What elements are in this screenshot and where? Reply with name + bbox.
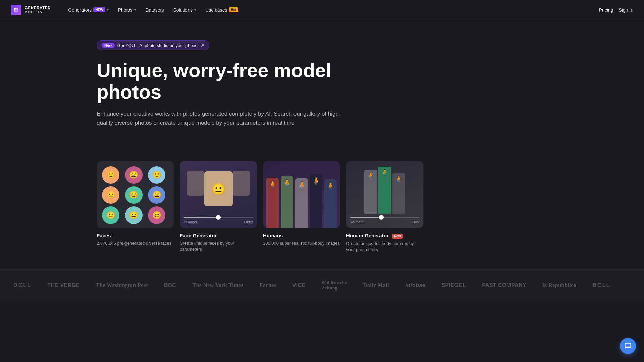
cards-row: 😊 😄 🙂 😐 😊 😄 🙂 😐 😊 Faces 2,676,245 pre-ge… [0, 161, 644, 253]
card-facegen-image: 😐 Younger Older [180, 161, 257, 228]
press-logos: D∈LL THE VERGE The Washington Post BBC T… [0, 280, 624, 291]
human-2: 🧍 [281, 176, 293, 228]
face-6: 😄 [148, 186, 165, 204]
humangen-figure-1: 🧍 [364, 170, 377, 214]
nav-links: Generators New ▾ Photos ▾ Datasets Solut… [64, 5, 599, 15]
humangen-container: 🧍 🧍 🧍 Younger Older [346, 161, 423, 228]
card-humangen-name: Human Generator New [346, 233, 423, 239]
face-3: 🙂 [148, 166, 165, 184]
hero-title: Unique, worry-free model photos [97, 60, 331, 103]
press-logo-forbes: Forbes [260, 282, 276, 288]
hero-subtitle: Enhance your creative works with photos … [97, 109, 352, 127]
card-facegen-desc: Create unique faces by your parameters [180, 240, 257, 252]
humangen-badge: New [392, 234, 403, 239]
svg-rect-0 [14, 8, 16, 10]
generators-badge: New [93, 7, 105, 12]
card-humans-desc: 100,000 super realistic full-body images [263, 240, 340, 246]
svg-rect-1 [16, 8, 18, 10]
facegen-slider-track[interactable] [184, 217, 253, 218]
nav-item-solutions[interactable]: Solutions ▾ [169, 5, 200, 15]
human-4: 🧍 [310, 174, 322, 228]
card-human-generator[interactable]: 🧍 🧍 🧍 Younger Older Human Generator New … [346, 161, 423, 253]
humangen-figure-3: 🧍 [392, 173, 405, 214]
chat-icon [624, 342, 632, 350]
card-humangen-desc: Create unique full-body humans by your p… [346, 241, 423, 253]
humangen-figures: 🧍 🧍 🧍 [364, 167, 405, 214]
face-8: 😐 [125, 206, 143, 224]
faces-grid: 😊 😄 🙂 😐 😊 😄 🙂 😐 😊 [97, 161, 174, 228]
announce-arrow-icon: ↗ [200, 43, 204, 48]
nav-item-photos[interactable]: Photos ▾ [114, 5, 140, 15]
humangen-figure-2: 🧍 [378, 167, 391, 214]
pricing-link[interactable]: Pricing [599, 7, 613, 13]
human-5: 🧍 [324, 179, 337, 228]
announce-banner[interactable]: New GenYOU—AI photo studio on your phone… [97, 40, 209, 50]
face-7: 🙂 [102, 206, 119, 224]
svg-rect-2 [14, 10, 16, 12]
press-logo-verge: THE VERGE [47, 282, 80, 288]
face-4: 😐 [102, 186, 119, 204]
press-row: D∈LL THE VERGE The Washington Post BBC T… [0, 269, 644, 301]
press-logo-wapo: The Washington Post [96, 282, 148, 288]
face-9: 😊 [148, 206, 165, 224]
card-facegen-name: Face Generator [180, 233, 257, 238]
card-face-generator[interactable]: 😐 Younger Older Face Generator Create un… [180, 161, 257, 253]
press-logo-dell1: D∈LL [13, 282, 31, 288]
press-logo-repubblica: la Repubblica [542, 282, 576, 288]
face-2: 😄 [125, 166, 143, 184]
face-5: 😊 [125, 186, 143, 204]
press-logo-dailymail: Daily Mail [363, 282, 389, 288]
press-logo-sueddeutsche: SüddeutscheZeitung [322, 280, 347, 291]
card-humans-image: 🧍 🧍 🧍 🧍 🧍 [263, 161, 340, 228]
card-faces-image: 😊 😄 🙂 😐 😊 😄 🙂 😐 😊 [97, 161, 174, 228]
humangen-slider-track[interactable] [350, 217, 420, 218]
logo[interactable]: GENERATED PHOTOS [11, 5, 51, 15]
human-1: 🧍 [266, 178, 279, 228]
svg-rect-3 [16, 10, 18, 12]
humangen-slider-labels: Younger Older [350, 220, 420, 224]
announce-text: GenYOU—AI photo studio on your phone [117, 43, 198, 48]
humans-container: 🧍 🧍 🧍 🧍 🧍 [263, 161, 340, 228]
solutions-chevron: ▾ [194, 8, 196, 12]
human-3: 🧍 [295, 178, 308, 228]
press-logo-dell2: D∈LL [592, 282, 610, 288]
card-faces[interactable]: 😊 😄 🙂 😐 😊 😄 🙂 😐 😊 Faces 2,676,245 pre-ge… [97, 161, 174, 253]
photos-chevron: ▾ [134, 8, 136, 12]
navbar: GENERATED PHOTOS Generators New ▾ Photos… [0, 0, 644, 20]
nav-item-datasets[interactable]: Datasets [141, 5, 168, 15]
press-logo-bbc: BBC [164, 282, 176, 288]
nav-item-usecases[interactable]: Use cases Hot [201, 5, 243, 15]
card-humans-name: Humans [263, 233, 340, 238]
nav-item-generators[interactable]: Generators New ▾ [64, 5, 112, 15]
chat-button[interactable] [620, 338, 636, 354]
press-logo-fastcompany: FAST COMPANY [482, 282, 526, 288]
card-humans[interactable]: 🧍 🧍 🧍 🧍 🧍 Humans 100,000 super realistic… [263, 161, 340, 253]
card-faces-desc: 2,676,245 pre-generated diverse faces [97, 240, 174, 246]
announce-badge: New [102, 43, 115, 48]
press-logo-infobae: infobae [405, 282, 425, 288]
card-faces-name: Faces [97, 233, 174, 238]
card-humangen-image: 🧍 🧍 🧍 Younger Older [346, 161, 423, 228]
press-logo-nyt: The New York Times [192, 282, 243, 288]
facegen-slider-labels: Younger Older [184, 220, 253, 224]
signin-link[interactable]: Sign In [619, 7, 633, 13]
press-logo-spiegel: SPIEGEL [441, 282, 466, 288]
generators-chevron: ▾ [107, 8, 109, 12]
hero-section: New GenYOU—AI photo studio on your phone… [0, 20, 644, 161]
usecases-badge: Hot [229, 7, 238, 12]
press-logo-vice: VICE [292, 282, 306, 288]
logo-icon [11, 5, 21, 15]
nav-right: Pricing Sign In [599, 7, 633, 13]
face-gen-container: 😐 Younger Older [180, 161, 257, 228]
face-1: 😊 [102, 166, 119, 184]
